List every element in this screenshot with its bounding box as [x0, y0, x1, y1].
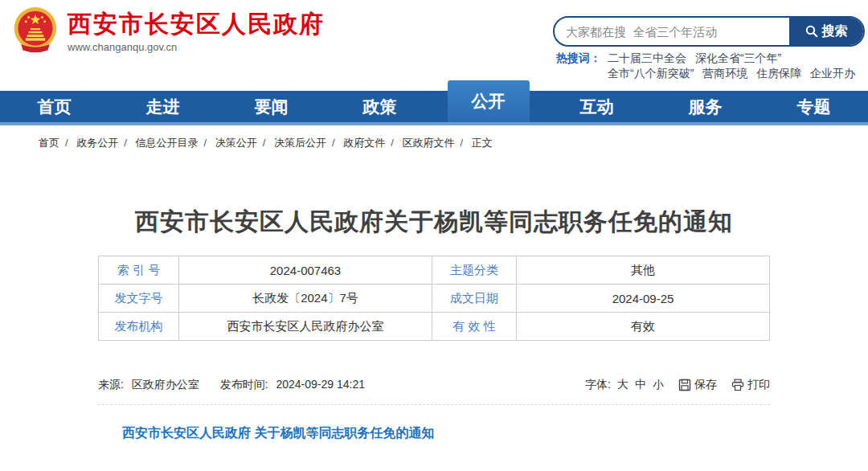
search-button-label: 搜索: [822, 23, 848, 40]
table-row: 索 引 号 2024-007463 主题分类 其他: [99, 256, 770, 285]
nav-item-news[interactable]: 要闻: [217, 91, 326, 122]
article-attachment-link[interactable]: 西安市长安区人民政府 关于杨凯等同志职务任免的通知: [122, 425, 434, 442]
info-value-index-number: 2024-007463: [179, 256, 432, 285]
nav-item-label: 公开: [448, 80, 530, 122]
breadcrumb-item[interactable]: 决策后公开: [274, 137, 326, 149]
info-value-issue-date: 2024-09-25: [517, 285, 770, 313]
info-label-validity: 有 效 性: [432, 313, 517, 341]
breadcrumb-separator: /: [263, 137, 266, 149]
info-label-issue-date: 成文日期: [432, 285, 517, 313]
font-size-small-button[interactable]: 小: [653, 378, 664, 392]
breadcrumb: 首页/ 政务公开/ 信息公开目录/ 决策公开/ 决策后公开/ 政府文件/ 区政府…: [39, 136, 493, 150]
search-button[interactable]: 搜索: [789, 18, 863, 45]
national-emblem-logo: [11, 6, 59, 55]
hot-search-line-1: 二十届三中全会 深化全省“三个年”: [608, 51, 861, 66]
save-button[interactable]: 保存: [678, 378, 717, 392]
breadcrumb-separator: /: [391, 137, 394, 149]
print-button[interactable]: 打印: [731, 378, 770, 392]
nav-item-open-gov[interactable]: 公开: [434, 91, 542, 122]
info-label-topic-category: 主题分类: [432, 256, 517, 285]
nav-item-home[interactable]: 首页: [0, 91, 108, 122]
info-value-issuing-agency: 西安市长安区人民政府办公室: [179, 313, 432, 341]
nav-item-label: 走进: [141, 96, 185, 118]
print-icon: [731, 379, 744, 391]
nav-item-interaction[interactable]: 互动: [542, 91, 651, 122]
article-meta-left: 来源: 区政府办公室 发布时间: 2024-09-29 14:21: [98, 378, 370, 392]
save-icon: [678, 379, 691, 391]
nav-bottom-strip: [0, 122, 868, 125]
nav-item-label: 首页: [33, 96, 76, 118]
site-identity: 西安市长安区人民政府 www.changanqu.gov.cn: [68, 10, 325, 53]
search-input[interactable]: [555, 18, 789, 45]
font-size-large-button[interactable]: 大: [617, 378, 628, 392]
table-row: 发文字号 长政发〔2024〕7号 成文日期 2024-09-25: [99, 285, 770, 313]
hot-search-term[interactable]: 二十届三中全会: [608, 51, 686, 64]
hot-search-term[interactable]: 企业开办: [810, 67, 855, 80]
document-info-table: 索 引 号 2024-007463 主题分类 其他 发文字号 长政发〔2024〕…: [98, 256, 770, 341]
site-header: 西安市长安区人民政府 www.changanqu.gov.cn 搜索 热搜词： …: [0, 0, 868, 91]
info-label-index-number: 索 引 号: [99, 256, 179, 285]
nav-item-label: 互动: [575, 96, 619, 118]
breadcrumb-separator: /: [65, 137, 68, 149]
breadcrumb-separator: /: [461, 137, 464, 149]
hot-search-term[interactable]: 深化全省“三个年”: [695, 51, 781, 64]
article-meta: 来源: 区政府办公室 发布时间: 2024-09-29 14:21 字体: 大 …: [98, 378, 770, 392]
nav-item-policy[interactable]: 政策: [326, 91, 434, 122]
nav-item-label: 服务: [684, 96, 727, 118]
breadcrumb-separator: /: [332, 137, 335, 149]
publish-time-value: 2024-09-29 14:21: [276, 378, 365, 391]
breadcrumb-separator: /: [204, 137, 207, 149]
search-bar: 搜索: [553, 16, 865, 47]
hot-search-terms: 二十届三中全会 深化全省“三个年” 全市“八个新突破” 营商环境 住房保障 企业…: [608, 51, 861, 81]
breadcrumb-separator: /: [124, 137, 127, 149]
info-value-topic-category: 其他: [517, 256, 770, 285]
font-size-label: 字体:: [585, 378, 611, 392]
breadcrumb-item[interactable]: 区政府文件: [403, 137, 455, 149]
nav-item-about[interactable]: 走进: [108, 91, 217, 122]
hot-search: 热搜词： 二十届三中全会 深化全省“三个年” 全市“八个新突破” 营商环境 住房…: [556, 51, 861, 81]
breadcrumb-item[interactable]: 政府文件: [343, 137, 385, 149]
hot-search-line-2: 全市“八个新突破” 营商环境 住房保障 企业开办: [608, 66, 861, 81]
table-row: 发布机构 西安市长安区人民政府办公室 有 效 性 有效: [99, 313, 770, 341]
print-button-label: 打印: [747, 378, 770, 392]
info-label-issuing-agency: 发布机构: [99, 313, 179, 341]
nav-item-label: 政策: [358, 96, 402, 118]
main-nav: 首页 走进 要闻 政策 公开 互动 服务 专题: [0, 91, 868, 122]
source-label: 来源:: [98, 378, 124, 391]
publish-time-label: 发布时间:: [220, 378, 268, 391]
nav-item-services[interactable]: 服务: [651, 91, 760, 122]
hot-search-label: 热搜词：: [556, 51, 601, 81]
page: 西安市长安区人民政府 www.changanqu.gov.cn 搜索 热搜词： …: [0, 0, 868, 471]
hot-search-term[interactable]: 营商环境: [702, 67, 747, 80]
info-value-document-number: 长政发〔2024〕7号: [179, 285, 432, 313]
site-title: 西安市长安区人民政府: [68, 10, 325, 38]
font-size-medium-button[interactable]: 中: [635, 378, 646, 392]
search-icon: [805, 25, 818, 38]
nav-item-label: 要闻: [250, 96, 293, 118]
info-value-validity: 有效: [517, 313, 770, 341]
breadcrumb-current: 正文: [472, 137, 493, 149]
info-label-document-number: 发文字号: [99, 285, 179, 313]
nav-item-label: 专题: [792, 96, 836, 118]
save-button-label: 保存: [694, 378, 717, 392]
source-value: 区政府办公室: [132, 378, 199, 391]
breadcrumb-item[interactable]: 信息公开目录: [136, 137, 199, 149]
nav-item-topics[interactable]: 专题: [760, 91, 868, 122]
hot-search-term[interactable]: 住房保障: [756, 67, 801, 80]
breadcrumb-item[interactable]: 政务公开: [76, 137, 118, 149]
breadcrumb-item[interactable]: 决策公开: [215, 137, 257, 149]
dashed-divider: [98, 404, 770, 405]
page-title: 西安市长安区人民政府关于杨凯等同志职务任免的通知: [0, 206, 868, 239]
breadcrumb-item[interactable]: 首页: [39, 137, 59, 149]
article-meta-tools: 字体: 大 中 小 保存 打印: [585, 378, 770, 392]
hot-search-term[interactable]: 全市“八个新突破”: [608, 67, 694, 80]
site-url: www.changanqu.gov.cn: [68, 41, 325, 53]
